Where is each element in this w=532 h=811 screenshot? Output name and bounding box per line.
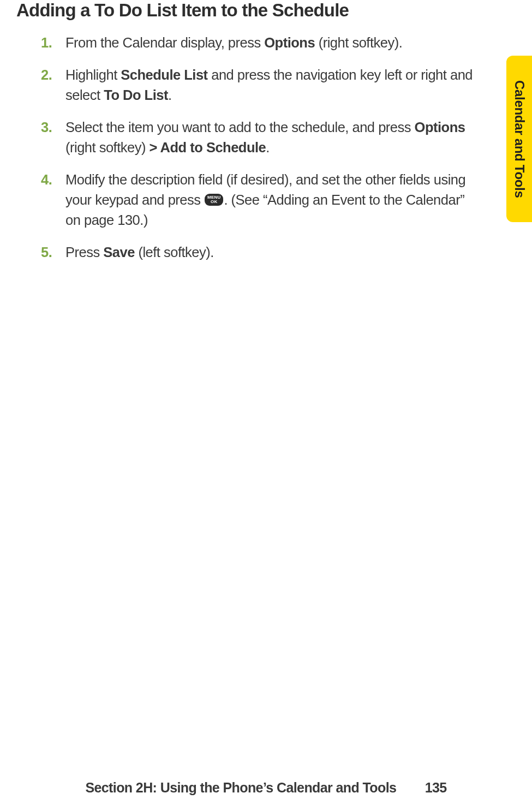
bold-text: Options	[415, 120, 465, 135]
step-body: Select the item you want to add to the s…	[65, 117, 477, 158]
steps-list: 1.From the Calendar display, press Optio…	[16, 33, 510, 263]
step: 1.From the Calendar display, press Optio…	[41, 33, 477, 53]
bold-text: > Add to Schedule	[150, 140, 266, 155]
step-body: Modify the description field (if desired…	[65, 170, 477, 230]
text: .	[168, 87, 172, 103]
step: 3.Select the item you want to add to the…	[41, 117, 477, 158]
page-footer: Section 2H: Using the Phone’s Calendar a…	[0, 780, 532, 796]
text: Press	[65, 245, 103, 260]
side-tab-label: Calendar and Tools	[512, 80, 527, 198]
text: (right softkey).	[315, 35, 402, 50]
step-number: 3.	[41, 117, 65, 158]
step-number: 5.	[41, 242, 65, 263]
step: 2.Highlight Schedule List and press the …	[41, 65, 477, 105]
text: .	[266, 140, 270, 155]
page: Adding a To Do List Item to the Schedule…	[0, 0, 532, 811]
step-body: From the Calendar display, press Options…	[65, 33, 477, 53]
text: From the Calendar display, press	[65, 35, 264, 50]
bold-text: Options	[264, 35, 315, 50]
text: Highlight	[65, 67, 121, 82]
text: (right softkey)	[65, 140, 150, 155]
bold-text: Schedule List	[121, 67, 207, 82]
bold-text: Save	[103, 245, 135, 260]
step-body: Highlight Schedule List and press the na…	[65, 65, 477, 105]
step: 4.Modify the description field (if desir…	[41, 170, 477, 230]
step: 5.Press Save (left softkey).	[41, 242, 477, 263]
side-tab: Calendar and Tools	[506, 56, 532, 222]
step-number: 2.	[41, 65, 65, 105]
step-body: Press Save (left softkey).	[65, 242, 477, 263]
text: Select the item you want to add to the s…	[65, 120, 415, 135]
step-number: 4.	[41, 170, 65, 230]
page-heading: Adding a To Do List Item to the Schedule	[16, 0, 510, 21]
footer-page-number: 135	[425, 780, 447, 795]
text: (left softkey).	[135, 245, 214, 260]
step-number: 1.	[41, 33, 65, 53]
bold-text: To Do List	[104, 87, 168, 103]
footer-section: Section 2H: Using the Phone’s Calendar a…	[85, 780, 396, 795]
menu-ok-icon: MENUOK	[205, 194, 223, 206]
